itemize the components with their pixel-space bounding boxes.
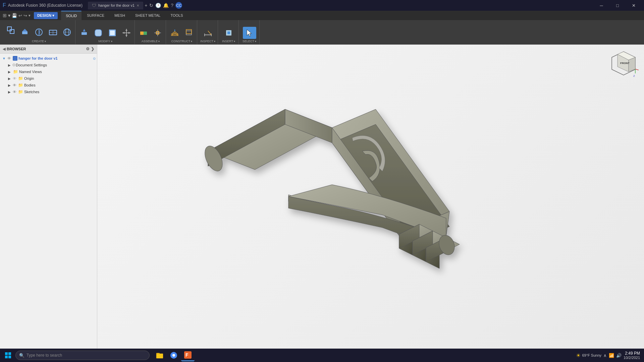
tree-item-sketches[interactable]: ▶ 👁 📁 Sketches [0,88,97,95]
svg-rect-25 [144,32,147,35]
measure-button[interactable] [201,27,215,39]
new-component-button[interactable] [4,24,17,39]
svg-line-39 [208,31,211,35]
tab-close-button[interactable]: ✕ [137,4,139,7]
select-button[interactable] [243,27,256,39]
bodies-toggle[interactable]: ▶ [7,83,12,87]
tree-item-named-views[interactable]: ▶ 📁 Named Views [0,68,97,75]
taskbar-app-chrome[interactable] [167,349,180,361]
extrude-button[interactable] [18,26,32,39]
bodies-eye-icon[interactable]: 👁 [13,83,16,87]
select-dropdown-arrow[interactable]: ▾ [255,40,256,43]
refresh-tab-button[interactable]: ↻ [149,3,153,8]
assemble-dropdown-arrow[interactable]: ▾ [158,40,160,43]
revolve-button[interactable] [32,26,46,39]
browser-collapse-icon[interactable]: ◀ [3,47,5,51]
user-avatar[interactable]: CC [175,2,182,9]
quick-access-menu[interactable]: ▾ [8,13,10,18]
tree-item-bodies[interactable]: ▶ 👁 📁 Bodies [0,82,97,88]
move-button[interactable] [120,27,133,39]
minimize-button[interactable]: ─ [594,0,609,11]
shell-button[interactable] [106,27,119,39]
root-radio-icon[interactable]: ⊙ [93,57,96,60]
start-button[interactable] [1,349,15,361]
tab-surface[interactable]: SURFACE [82,11,109,20]
svg-rect-24 [140,32,144,35]
browser-expand-icon[interactable]: ❯ [91,47,94,51]
new-tab-button[interactable]: + [145,3,147,8]
weather-widget[interactable]: ☀ 69°F Sunny [576,352,601,359]
new-file-btn[interactable]: 💾 [12,13,17,18]
fillet-button[interactable] [92,27,105,39]
insert-dropdown-arrow[interactable]: ▾ [234,40,235,43]
sketches-toggle[interactable]: ▶ [7,90,12,94]
chevron-icon[interactable]: ∧ [603,353,607,358]
sketch-icon [48,27,58,38]
root-eye-icon[interactable]: 👁 [7,56,11,60]
sketch-button[interactable] [46,26,60,39]
taskbar-app-file-explorer[interactable] [153,349,166,361]
named-views-label: Named Views [19,70,96,74]
tab-solid[interactable]: SOLID [61,11,82,20]
clock-tab-button[interactable]: 🕐 [155,3,161,8]
volume-icon[interactable]: 🔊 [616,353,622,358]
tab-tools[interactable]: TOOLS [166,11,187,20]
root-toggle[interactable]: ▼ [1,57,7,60]
offset-plane-icon [170,28,179,38]
origin-eye-icon[interactable]: 👁 [13,76,16,80]
help-button[interactable]: ? [171,3,173,8]
new-component-assemble-button[interactable] [137,27,150,39]
axis-button[interactable] [182,27,196,39]
quick-access-grid[interactable]: ⊞ [3,13,7,18]
doc-settings-toggle[interactable]: ▶ [7,63,12,67]
construct-dropdown-arrow[interactable]: ▾ [191,40,192,43]
doc-settings-label: Document Settings [16,63,96,67]
origin-toggle[interactable]: ▶ [7,77,12,80]
svg-rect-17 [110,31,115,35]
joint-button[interactable] [151,27,164,39]
modify-dropdown-arrow[interactable]: ▾ [111,40,112,43]
undo-button[interactable]: ↩ [18,13,22,18]
browser-settings-icon[interactable]: ⚙ [86,47,90,51]
design-mode-button[interactable]: DESIGN ▾ [34,12,58,19]
document-tab[interactable]: 🛡 hanger for the door v1 ✕ [88,2,143,9]
named-views-toggle[interactable]: ▶ [7,70,12,74]
press-pull-button[interactable] [77,27,91,39]
taskbar: 🔍 Type here to search F ☀ [0,349,644,362]
maximize-button[interactable]: □ [610,0,625,11]
tab-mesh[interactable]: MESH [110,11,130,20]
tab-sheet-metal[interactable]: SHEET METAL [130,11,165,20]
notification-button[interactable]: 🔔 [163,3,169,8]
tree-root[interactable]: ▼ 👁 ⬚ hanger for the door v1 ⊙ [0,55,97,62]
taskbar-search-box[interactable]: 🔍 Type here to search [15,351,150,360]
svg-point-96 [172,354,175,357]
offset-plane-button[interactable] [168,27,181,39]
svg-rect-89 [8,352,11,355]
create-dropdown-arrow[interactable]: ▾ [45,40,46,43]
form-icon [62,27,72,38]
viewport[interactable]: FRONT Z [97,45,644,352]
insert-button[interactable] [222,27,235,39]
sketches-eye-icon[interactable]: 👁 [13,90,16,94]
customize-btn[interactable]: ▾ [29,13,31,18]
new-component-assemble-icon [139,28,148,38]
view-cube[interactable]: FRONT Z [608,50,639,80]
redo-button[interactable]: ↪ [23,13,27,18]
clock-widget[interactable]: 2:49 PM 10/2/2021 [624,351,640,360]
tree-item-origin[interactable]: ▶ 👁 📁 Origin [0,75,97,82]
svg-rect-92 [156,354,163,358]
form-button[interactable] [60,26,74,39]
tab-surface-label: SURFACE [87,13,104,17]
axis-icon [184,28,194,38]
inspect-dropdown-arrow[interactable]: ▾ [214,40,215,43]
select-label: SELECT [243,40,254,43]
taskbar-app-fusion[interactable]: F [181,349,195,361]
inspect-group: INSPECT ▾ [198,20,218,44]
svg-rect-13 [82,32,87,35]
tree-item-document-settings[interactable]: ▶ ⚙ Document Settings [0,62,97,68]
network-icon[interactable]: 📶 [609,353,614,358]
close-button[interactable]: ✕ [626,0,641,11]
svg-rect-0 [7,27,11,31]
browser-tree: ▼ 👁 ⬚ hanger for the door v1 ⊙ ▶ ⚙ Docum… [0,54,97,352]
press-pull-icon [79,28,89,38]
